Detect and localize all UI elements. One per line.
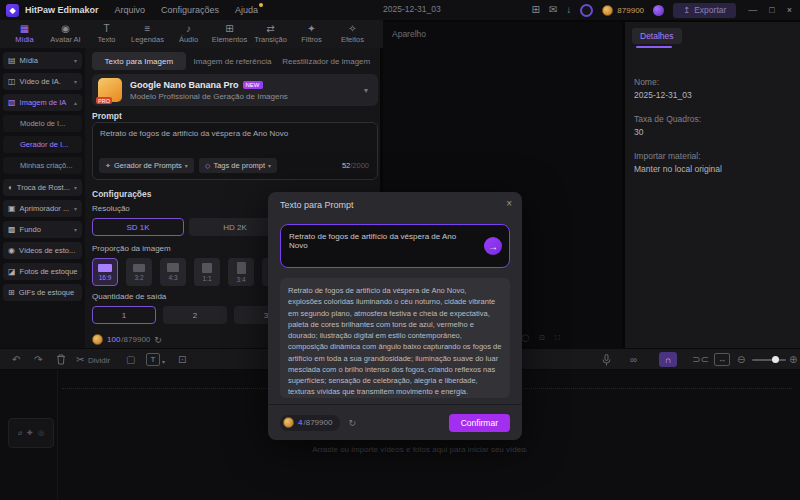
menu-configuracoes[interactable]: Configurações	[161, 5, 219, 15]
generate-button[interactable]: →	[484, 237, 502, 255]
export-icon: ↥	[683, 5, 690, 15]
speaker-icon[interactable]: ◯	[521, 334, 529, 342]
ribbon-tab-transicao[interactable]: ⇄Transição	[250, 21, 291, 47]
sidebar-item-video-ia[interactable]: ◫Vídeo de IA.▾	[3, 73, 82, 90]
ratio-1-1[interactable]: 1:1	[194, 258, 220, 286]
quantity-2[interactable]: 2	[163, 306, 227, 324]
sidebar-item-gerador[interactable]: Gerador de I...	[3, 136, 82, 153]
generated-prompt-text[interactable]: Retrato de fogos de artifício da véspera…	[280, 278, 510, 398]
ratio-3-4[interactable]: 3:4	[228, 258, 254, 286]
hide-track-icon[interactable]: ◎	[38, 429, 44, 437]
zoom-out-icon[interactable]: ⊖	[737, 353, 745, 366]
zoom-slider[interactable]	[752, 359, 786, 361]
prompt-generator-button[interactable]: ✦Gerador de Prompts▾	[99, 158, 194, 173]
ratio-4-3[interactable]: 4:3	[160, 258, 186, 286]
undo-icon[interactable]: ↶	[12, 353, 20, 366]
app-window: ◆ HitPaw Edimakor Arquivo Configurações …	[0, 0, 800, 500]
user-avatar[interactable]	[580, 4, 593, 17]
app-name: HitPaw Edimakor	[25, 5, 99, 15]
feedback-icon[interactable]: ✉	[549, 5, 557, 15]
ribbon-tab-legendas[interactable]: ≡Legendas	[127, 21, 168, 47]
ribbon-tab-audio[interactable]: ♪Áudio	[168, 21, 209, 47]
split-label[interactable]: Dividir	[88, 356, 110, 365]
crop-icon[interactable]: ▢	[126, 353, 135, 366]
ribbon-tab-elementos[interactable]: ⊞Elementos	[209, 21, 250, 47]
video-ai-icon: ◫	[8, 77, 16, 86]
confirm-button[interactable]: Confirmar	[449, 414, 510, 432]
refresh-icon[interactable]: ↻	[154, 335, 162, 345]
mute-track-icon[interactable]: ⌀	[18, 429, 22, 437]
tab-imagem-referencia[interactable]: Imagem de referência	[186, 52, 280, 70]
sidebar-item-minhas-criacoes[interactable]: Minhas criaçõ...	[3, 157, 82, 174]
prompt-label: Prompt	[92, 111, 122, 121]
close-button[interactable]: ×	[787, 5, 792, 15]
layout-icon[interactable]: ⊞	[532, 5, 540, 15]
sidebar-item-videos-estoque[interactable]: ◉Vídeos de esto...	[3, 242, 82, 259]
dialog-prompt-value: Retrato de fogos de artifício da véspera…	[289, 232, 474, 250]
sidebar-item-modelo[interactable]: Modelo de I...	[3, 115, 82, 132]
sidebar-item-troca-rosto[interactable]: ◐Troca de Rost...▾	[3, 179, 82, 196]
redo-icon[interactable]: ↷	[34, 353, 42, 366]
text-tool-button[interactable]: T	[146, 353, 160, 366]
tab-texto-para-imagem[interactable]: Texto para Imagem	[92, 52, 186, 70]
ratio-3-2[interactable]: 3:2	[126, 258, 152, 286]
ribbon-tab-texto[interactable]: TTexto	[86, 21, 127, 47]
stock-gif-icon: ⊞	[8, 288, 15, 297]
texto-para-prompt-dialog: Texto para Prompt × Retrato de fogos de …	[268, 192, 522, 440]
sidebar-item-fotos-estoque[interactable]: ◪Fotos de estoque	[3, 263, 82, 280]
ribbon-tab-avatar-ai[interactable]: ◉Avatar AI	[45, 21, 86, 47]
titlebar: ◆ HitPaw Edimakor Arquivo Configurações …	[0, 0, 800, 20]
quantity-label: Quantidade de saída	[92, 292, 166, 301]
sidebar-item-midia[interactable]: ▤Mídia▾	[3, 52, 82, 69]
chevron-down-icon: ▾	[364, 86, 368, 95]
chevron-down-icon[interactable]: ▾	[162, 356, 165, 369]
sidebar-item-imagem-ia[interactable]: ▧Imagem de IA▴	[3, 94, 82, 111]
field-label-importar: Importar material:	[634, 151, 701, 161]
ribbon-toolbar: ▦Mídia ◉Avatar AI TTexto ≡Legendas ♪Áudi…	[0, 20, 383, 48]
menu-ajuda[interactable]: Ajuda	[235, 5, 258, 15]
record-icon[interactable]: ⊡	[178, 353, 186, 366]
prompt-tags-button[interactable]: ◇Tags de prompt▾	[199, 158, 277, 173]
snapshot-icon[interactable]: ⊡	[539, 334, 545, 342]
menu-arquivo[interactable]: Arquivo	[115, 5, 146, 15]
lock-track-icon[interactable]: ✚	[27, 429, 33, 437]
sidebar-item-gifs-estoque[interactable]: ⊞GIFs de estoque	[3, 284, 82, 301]
microphone-icon[interactable]	[602, 354, 611, 366]
sparkle-icon: ✦	[105, 162, 111, 170]
quantity-1[interactable]: 1	[92, 306, 156, 324]
credits-cost: 100 /879900 ↻	[92, 334, 162, 345]
sidebar-item-fundo[interactable]: ▩Fundo▾	[3, 221, 82, 238]
tag-icon: ◇	[205, 162, 210, 170]
tab-detalhes[interactable]: Detalhes	[632, 28, 682, 44]
subtitles-icon: ≡	[145, 24, 151, 34]
model-selector[interactable]: PRO Google Nano Banana ProNEW Modelo Pro…	[92, 74, 378, 106]
vip-badge-icon[interactable]	[653, 5, 664, 16]
refresh-icon[interactable]: ↻	[348, 418, 356, 428]
coin-balance: 879900	[617, 6, 644, 15]
split-icon[interactable]: ✂	[76, 353, 84, 366]
trash-icon[interactable]	[56, 354, 66, 365]
zoom-in-icon[interactable]: ⊕	[789, 353, 797, 366]
ribbon-tab-filtros[interactable]: ✦Filtros	[291, 21, 332, 47]
ratio-16-9[interactable]: 16:9	[92, 258, 118, 286]
tab-reestilizador[interactable]: Reestilizador de imagem	[279, 52, 373, 70]
details-panel: Detalhes Nome: 2025-12-31_03 Taxa de Qua…	[625, 22, 800, 348]
prompt-textarea[interactable]: Retrato de fogos de artifício da véspera…	[92, 122, 378, 180]
maximize-button[interactable]: □	[769, 5, 774, 15]
fullscreen-icon[interactable]: ⛶	[555, 334, 560, 342]
zoom-slider-handle[interactable]	[772, 356, 779, 363]
minimize-button[interactable]: —	[748, 5, 757, 15]
magnet-icon[interactable]: ∩	[659, 352, 677, 367]
dialog-prompt-input[interactable]: Retrato de fogos de artifício da véspera…	[280, 224, 510, 268]
unlink-icon[interactable]: ⊃⊂	[692, 353, 709, 366]
sidebar-item-aprimorador[interactable]: ▣Aprimorador ...▾	[3, 200, 82, 217]
resolution-sd1k[interactable]: SD 1K	[92, 218, 184, 236]
resolution-label: Resolução	[92, 204, 130, 213]
close-icon[interactable]: ×	[506, 198, 512, 209]
ribbon-tab-midia[interactable]: ▦Mídia	[4, 21, 45, 47]
download-icon[interactable]: ↓	[566, 5, 571, 15]
link-icon[interactable]: ∞	[630, 353, 637, 366]
export-button[interactable]: ↥Exportar	[673, 3, 736, 18]
auto-fit-icon[interactable]: ↔	[714, 353, 730, 366]
ribbon-tab-efeitos[interactable]: ✧Efeitos	[332, 21, 373, 47]
